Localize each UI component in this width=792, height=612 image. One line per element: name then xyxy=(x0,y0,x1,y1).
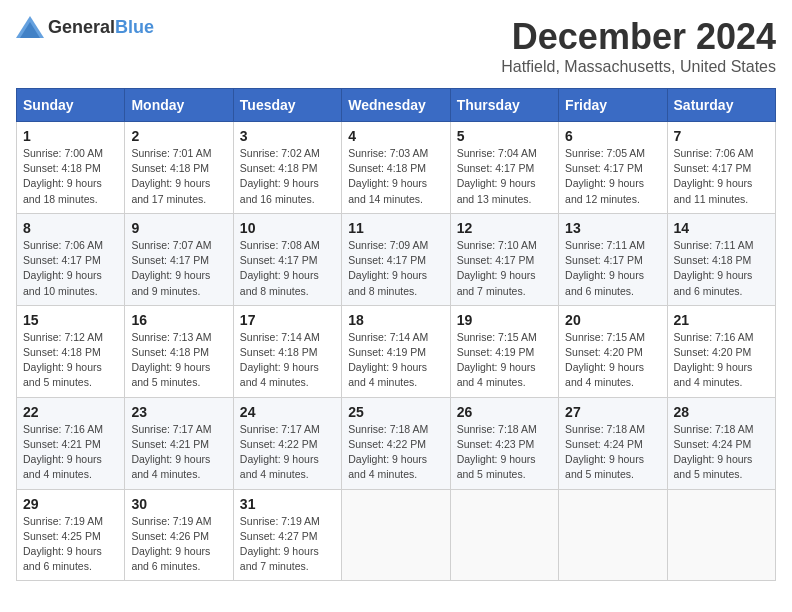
day-number: 7 xyxy=(674,128,769,144)
day-info: Sunrise: 7:15 AMSunset: 4:19 PMDaylight:… xyxy=(457,331,537,389)
logo: GeneralBlue xyxy=(16,16,154,38)
table-row: 29Sunrise: 7:19 AMSunset: 4:25 PMDayligh… xyxy=(17,489,125,581)
day-info: Sunrise: 7:03 AMSunset: 4:18 PMDaylight:… xyxy=(348,147,428,205)
table-row: 27Sunrise: 7:18 AMSunset: 4:24 PMDayligh… xyxy=(559,397,667,489)
table-row: 15Sunrise: 7:12 AMSunset: 4:18 PMDayligh… xyxy=(17,305,125,397)
logo-icon xyxy=(16,16,44,38)
month-title: December 2024 xyxy=(501,16,776,58)
day-number: 14 xyxy=(674,220,769,236)
day-number: 8 xyxy=(23,220,118,236)
day-number: 2 xyxy=(131,128,226,144)
day-info: Sunrise: 7:18 AMSunset: 4:24 PMDaylight:… xyxy=(565,423,645,481)
table-row: 4Sunrise: 7:03 AMSunset: 4:18 PMDaylight… xyxy=(342,122,450,214)
day-info: Sunrise: 7:14 AMSunset: 4:19 PMDaylight:… xyxy=(348,331,428,389)
table-row: 26Sunrise: 7:18 AMSunset: 4:23 PMDayligh… xyxy=(450,397,558,489)
table-row: 31Sunrise: 7:19 AMSunset: 4:27 PMDayligh… xyxy=(233,489,341,581)
day-number: 25 xyxy=(348,404,443,420)
table-row: 19Sunrise: 7:15 AMSunset: 4:19 PMDayligh… xyxy=(450,305,558,397)
title-area: December 2024 Hatfield, Massachusetts, U… xyxy=(501,16,776,76)
table-row xyxy=(342,489,450,581)
day-info: Sunrise: 7:06 AMSunset: 4:17 PMDaylight:… xyxy=(23,239,103,297)
day-header-sunday: Sunday xyxy=(17,89,125,122)
day-header-tuesday: Tuesday xyxy=(233,89,341,122)
table-row: 18Sunrise: 7:14 AMSunset: 4:19 PMDayligh… xyxy=(342,305,450,397)
day-info: Sunrise: 7:19 AMSunset: 4:26 PMDaylight:… xyxy=(131,515,211,573)
day-number: 22 xyxy=(23,404,118,420)
day-info: Sunrise: 7:17 AMSunset: 4:21 PMDaylight:… xyxy=(131,423,211,481)
day-number: 15 xyxy=(23,312,118,328)
table-row: 12Sunrise: 7:10 AMSunset: 4:17 PMDayligh… xyxy=(450,213,558,305)
table-row: 3Sunrise: 7:02 AMSunset: 4:18 PMDaylight… xyxy=(233,122,341,214)
table-row: 28Sunrise: 7:18 AMSunset: 4:24 PMDayligh… xyxy=(667,397,775,489)
day-info: Sunrise: 7:19 AMSunset: 4:27 PMDaylight:… xyxy=(240,515,320,573)
table-row: 17Sunrise: 7:14 AMSunset: 4:18 PMDayligh… xyxy=(233,305,341,397)
table-row: 22Sunrise: 7:16 AMSunset: 4:21 PMDayligh… xyxy=(17,397,125,489)
day-number: 26 xyxy=(457,404,552,420)
day-number: 6 xyxy=(565,128,660,144)
day-number: 29 xyxy=(23,496,118,512)
table-row: 30Sunrise: 7:19 AMSunset: 4:26 PMDayligh… xyxy=(125,489,233,581)
day-info: Sunrise: 7:02 AMSunset: 4:18 PMDaylight:… xyxy=(240,147,320,205)
day-number: 5 xyxy=(457,128,552,144)
day-info: Sunrise: 7:18 AMSunset: 4:24 PMDaylight:… xyxy=(674,423,754,481)
table-row: 20Sunrise: 7:15 AMSunset: 4:20 PMDayligh… xyxy=(559,305,667,397)
day-info: Sunrise: 7:19 AMSunset: 4:25 PMDaylight:… xyxy=(23,515,103,573)
table-row: 1Sunrise: 7:00 AMSunset: 4:18 PMDaylight… xyxy=(17,122,125,214)
day-info: Sunrise: 7:12 AMSunset: 4:18 PMDaylight:… xyxy=(23,331,103,389)
table-row: 9Sunrise: 7:07 AMSunset: 4:17 PMDaylight… xyxy=(125,213,233,305)
table-row: 13Sunrise: 7:11 AMSunset: 4:17 PMDayligh… xyxy=(559,213,667,305)
day-info: Sunrise: 7:15 AMSunset: 4:20 PMDaylight:… xyxy=(565,331,645,389)
day-info: Sunrise: 7:05 AMSunset: 4:17 PMDaylight:… xyxy=(565,147,645,205)
day-info: Sunrise: 7:09 AMSunset: 4:17 PMDaylight:… xyxy=(348,239,428,297)
day-number: 30 xyxy=(131,496,226,512)
table-row: 8Sunrise: 7:06 AMSunset: 4:17 PMDaylight… xyxy=(17,213,125,305)
day-info: Sunrise: 7:04 AMSunset: 4:17 PMDaylight:… xyxy=(457,147,537,205)
table-row: 6Sunrise: 7:05 AMSunset: 4:17 PMDaylight… xyxy=(559,122,667,214)
table-row xyxy=(559,489,667,581)
logo-general: General xyxy=(48,17,115,37)
day-number: 11 xyxy=(348,220,443,236)
day-info: Sunrise: 7:13 AMSunset: 4:18 PMDaylight:… xyxy=(131,331,211,389)
day-info: Sunrise: 7:17 AMSunset: 4:22 PMDaylight:… xyxy=(240,423,320,481)
day-info: Sunrise: 7:08 AMSunset: 4:17 PMDaylight:… xyxy=(240,239,320,297)
day-header-wednesday: Wednesday xyxy=(342,89,450,122)
day-info: Sunrise: 7:18 AMSunset: 4:22 PMDaylight:… xyxy=(348,423,428,481)
day-info: Sunrise: 7:16 AMSunset: 4:21 PMDaylight:… xyxy=(23,423,103,481)
day-info: Sunrise: 7:11 AMSunset: 4:17 PMDaylight:… xyxy=(565,239,645,297)
day-info: Sunrise: 7:06 AMSunset: 4:17 PMDaylight:… xyxy=(674,147,754,205)
table-row xyxy=(450,489,558,581)
day-info: Sunrise: 7:10 AMSunset: 4:17 PMDaylight:… xyxy=(457,239,537,297)
day-number: 19 xyxy=(457,312,552,328)
day-number: 3 xyxy=(240,128,335,144)
table-row: 7Sunrise: 7:06 AMSunset: 4:17 PMDaylight… xyxy=(667,122,775,214)
day-number: 4 xyxy=(348,128,443,144)
day-number: 17 xyxy=(240,312,335,328)
day-number: 9 xyxy=(131,220,226,236)
day-number: 20 xyxy=(565,312,660,328)
table-row: 16Sunrise: 7:13 AMSunset: 4:18 PMDayligh… xyxy=(125,305,233,397)
day-header-monday: Monday xyxy=(125,89,233,122)
day-info: Sunrise: 7:14 AMSunset: 4:18 PMDaylight:… xyxy=(240,331,320,389)
day-info: Sunrise: 7:01 AMSunset: 4:18 PMDaylight:… xyxy=(131,147,211,205)
day-number: 18 xyxy=(348,312,443,328)
table-row: 11Sunrise: 7:09 AMSunset: 4:17 PMDayligh… xyxy=(342,213,450,305)
table-row: 5Sunrise: 7:04 AMSunset: 4:17 PMDaylight… xyxy=(450,122,558,214)
table-row: 2Sunrise: 7:01 AMSunset: 4:18 PMDaylight… xyxy=(125,122,233,214)
page-header: GeneralBlue December 2024 Hatfield, Mass… xyxy=(16,16,776,76)
day-number: 16 xyxy=(131,312,226,328)
table-row xyxy=(667,489,775,581)
day-number: 27 xyxy=(565,404,660,420)
logo-blue: Blue xyxy=(115,17,154,37)
table-row: 25Sunrise: 7:18 AMSunset: 4:22 PMDayligh… xyxy=(342,397,450,489)
table-row: 14Sunrise: 7:11 AMSunset: 4:18 PMDayligh… xyxy=(667,213,775,305)
day-number: 1 xyxy=(23,128,118,144)
day-info: Sunrise: 7:16 AMSunset: 4:20 PMDaylight:… xyxy=(674,331,754,389)
table-row: 24Sunrise: 7:17 AMSunset: 4:22 PMDayligh… xyxy=(233,397,341,489)
day-number: 31 xyxy=(240,496,335,512)
table-row: 23Sunrise: 7:17 AMSunset: 4:21 PMDayligh… xyxy=(125,397,233,489)
day-info: Sunrise: 7:18 AMSunset: 4:23 PMDaylight:… xyxy=(457,423,537,481)
day-number: 24 xyxy=(240,404,335,420)
day-number: 21 xyxy=(674,312,769,328)
day-info: Sunrise: 7:11 AMSunset: 4:18 PMDaylight:… xyxy=(674,239,754,297)
day-number: 13 xyxy=(565,220,660,236)
